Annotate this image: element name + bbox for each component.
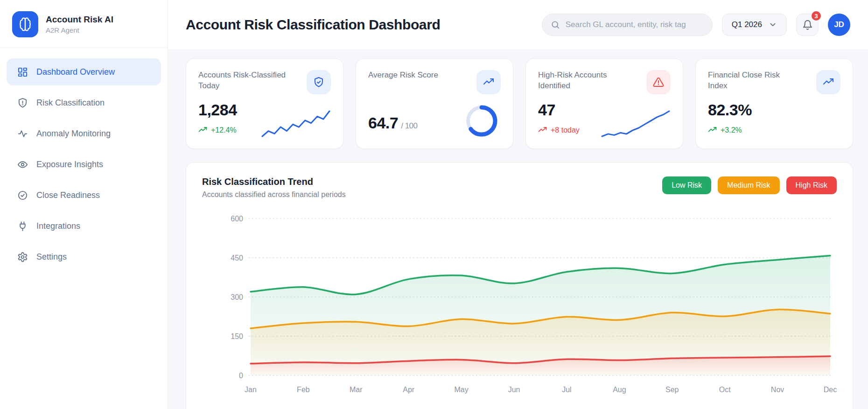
avatar[interactable]: JD	[828, 14, 850, 36]
bell-icon	[802, 20, 813, 30]
svg-text:150: 150	[231, 332, 243, 340]
kpi-card-accounts-classified: Accounts Risk-Classified Today 1,284 +12…	[186, 58, 343, 149]
chart-subtitle: Accounts classified across financial per…	[202, 190, 346, 199]
svg-text:450: 450	[231, 254, 243, 262]
sidebar: Account Risk AI A2R Agent Dashboard Over…	[0, 0, 168, 409]
kpi-card-average-risk-score: Average Risk Score 64.7/ 100	[356, 58, 513, 149]
kpi-label: Accounts Risk-Classified Today	[198, 70, 292, 92]
main: Accounts Risk-Classified Today 1,284 +12…	[168, 50, 868, 409]
brain-icon	[12, 11, 38, 37]
brand-name: Account Risk AI	[46, 14, 113, 25]
svg-text:600: 600	[231, 215, 243, 223]
legend-high-risk[interactable]: High Risk	[786, 176, 837, 194]
kpi-card-close-risk-index: Financial Close Risk Index 82.3% +3.2%	[695, 58, 853, 149]
trending-up-icon	[476, 70, 501, 94]
risk-trend-chart: 0150300450600JanFebMarAprMayJunJulAugSep…	[202, 209, 837, 398]
brand: Account Risk AI A2R Agent	[0, 0, 168, 48]
sidebar-item-exposure-insights[interactable]: Exposure Insights	[7, 151, 161, 178]
sidebar-item-anomaly-monitoring[interactable]: Anomaly Monitoring	[7, 120, 161, 147]
activity-pulse-icon	[17, 128, 28, 139]
sidebar-item-label: Settings	[36, 252, 67, 262]
content-area: Account Risk Classification Dashboard Q1…	[168, 0, 868, 409]
svg-text:Oct: Oct	[719, 386, 731, 394]
search-box	[542, 14, 713, 36]
kpi-row: Accounts Risk-Classified Today 1,284 +12…	[186, 58, 853, 149]
topbar: Account Risk Classification Dashboard Q1…	[168, 0, 868, 50]
risk-score-gauge	[463, 103, 500, 139]
brand-text: Account Risk AI A2R Agent	[46, 14, 113, 34]
notifications-button[interactable]: 3	[796, 14, 819, 36]
svg-text:Nov: Nov	[771, 386, 784, 394]
sidebar-item-settings[interactable]: Settings	[7, 243, 161, 270]
sidebar-item-label: Integrations	[36, 221, 80, 231]
sidebar-item-label: Dashboard Overview	[36, 67, 115, 77]
chart-head-text: Risk Classification Trend Accounts class…	[202, 176, 346, 199]
sparkline	[601, 109, 671, 138]
sidebar-nav: Dashboard Overview Risk Classification A…	[0, 48, 168, 281]
dashboard-grid-icon	[17, 66, 28, 78]
sidebar-item-label: Risk Classification	[36, 98, 105, 108]
kpi-label: Average Risk Score	[368, 70, 438, 81]
svg-text:Feb: Feb	[297, 386, 310, 394]
eye-icon	[17, 159, 28, 170]
svg-text:Jan: Jan	[245, 386, 257, 394]
svg-text:Mar: Mar	[350, 386, 363, 394]
kpi-label: High-Risk Accounts Identified	[538, 70, 631, 92]
period-select[interactable]: Q1 2026	[722, 14, 787, 36]
kpi-value-suffix: / 100	[401, 121, 417, 130]
sidebar-item-close-readiness[interactable]: Close Readiness	[7, 182, 161, 209]
svg-text:Dec: Dec	[824, 386, 837, 394]
sidebar-item-dashboard-overview[interactable]: Dashboard Overview	[7, 58, 161, 85]
chevron-down-icon	[769, 21, 777, 29]
svg-text:Aug: Aug	[613, 386, 626, 394]
period-select-value: Q1 2026	[732, 20, 762, 29]
kpi-card-high-risk-accounts: High-Risk Accounts Identified 47 +8 toda…	[525, 58, 683, 149]
search-icon	[551, 20, 560, 29]
sidebar-item-risk-classification[interactable]: Risk Classification	[7, 89, 161, 116]
trending-up-icon	[816, 70, 840, 94]
svg-text:Sep: Sep	[665, 386, 679, 394]
page-title: Account Risk Classification Dashboard	[186, 17, 532, 33]
shield-alert-icon	[17, 97, 28, 108]
kpi-value: 82.3%	[708, 101, 840, 119]
chart-title: Risk Classification Trend	[202, 176, 346, 187]
alert-triangle-icon	[646, 70, 671, 94]
svg-text:300: 300	[231, 293, 243, 301]
legend-medium-risk[interactable]: Medium Risk	[718, 176, 779, 194]
svg-text:Jun: Jun	[508, 386, 520, 394]
search-input[interactable]	[566, 20, 704, 29]
kpi-delta: +3.2%	[708, 126, 840, 134]
notification-badge: 3	[811, 10, 822, 21]
svg-text:May: May	[455, 386, 469, 394]
shield-check-icon	[307, 70, 331, 94]
trending-up-icon	[708, 126, 717, 134]
chart-area: 0150300450600JanFebMarAprMayJunJulAugSep…	[202, 209, 837, 400]
sparkline	[261, 109, 331, 138]
trending-up-icon	[538, 126, 547, 134]
gear-icon	[17, 251, 28, 262]
sidebar-item-label: Exposure Insights	[36, 160, 103, 169]
svg-text:Jul: Jul	[562, 386, 571, 394]
legend-low-risk[interactable]: Low Risk	[662, 176, 711, 194]
svg-text:Apr: Apr	[403, 386, 415, 394]
sidebar-item-label: Close Readiness	[36, 190, 100, 200]
check-circle-icon	[17, 190, 28, 201]
trending-up-icon	[198, 126, 207, 134]
sidebar-item-label: Anomaly Monitoring	[36, 129, 111, 139]
brand-subtitle: A2R Agent	[46, 26, 113, 34]
risk-trend-card: Risk Classification Trend Accounts class…	[186, 162, 853, 409]
sidebar-item-integrations[interactable]: Integrations	[7, 212, 161, 240]
chart-legend: Low Risk Medium Risk High Risk	[662, 176, 837, 194]
plug-icon	[17, 220, 28, 232]
kpi-label: Financial Close Risk Index	[708, 70, 801, 92]
app-root: Account Risk AI A2R Agent Dashboard Over…	[0, 0, 868, 409]
svg-text:0: 0	[239, 372, 243, 380]
